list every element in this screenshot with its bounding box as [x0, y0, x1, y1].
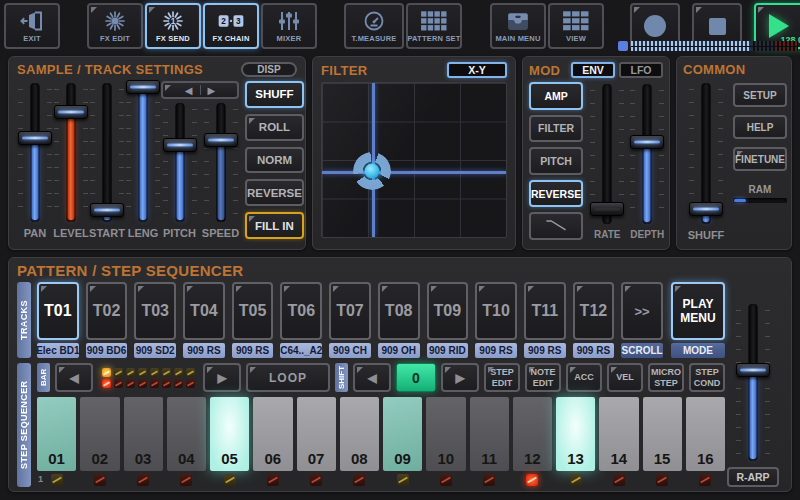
main-menu-button[interactable]: MAIN MENU [490, 3, 546, 49]
slider-handle[interactable] [204, 133, 238, 147]
track-button-t11[interactable]: T11 [524, 282, 566, 340]
slider-fill [68, 118, 75, 220]
lfo-tab[interactable]: LFO [619, 62, 663, 78]
mod-target-pitch-button[interactable]: PITCH [529, 147, 583, 175]
fx-edit-button[interactable]: FX EDIT [87, 3, 143, 49]
step-pad-16[interactable]: 16 [686, 397, 725, 471]
slider-handle[interactable] [163, 138, 197, 152]
track-button-t06[interactable]: T06 [280, 282, 322, 340]
slider-track[interactable] [54, 81, 88, 224]
sample-nudge-button[interactable]: ◀▶ [161, 81, 239, 99]
step-pad-09[interactable]: 09 [383, 397, 422, 471]
roll-button[interactable]: ROLL [245, 114, 304, 141]
track-button-t10[interactable]: T10 [475, 282, 517, 340]
step-pad-10[interactable]: 10 [426, 397, 465, 471]
slider-track[interactable] [590, 82, 624, 226]
slider-track[interactable] [163, 101, 197, 224]
r-arp-button[interactable]: R-ARP [727, 467, 779, 487]
track-scroll-button[interactable]: >> [621, 282, 663, 340]
mixer-button[interactable]: MIXER [261, 3, 317, 49]
track-button-t04[interactable]: T04 [183, 282, 225, 340]
filter-xy-pad[interactable] [321, 82, 507, 238]
common-panel-title: COMMON [683, 62, 745, 77]
slider-track[interactable] [630, 82, 664, 226]
slider-handle[interactable] [630, 135, 664, 149]
step-pad-03[interactable]: 03 [124, 397, 163, 471]
slider-label: SPEED [202, 227, 239, 239]
shift-prev-button[interactable]: ◀ [353, 363, 391, 392]
panels-row: SAMPLE / TRACK SETTINGS DISP PANLEVELSTA… [8, 56, 792, 250]
norm-button[interactable]: NORM [245, 147, 304, 174]
track-cell: T01Elec BD1 [37, 282, 79, 358]
slider-track[interactable] [90, 81, 124, 224]
track-button-t01[interactable]: T01 [37, 282, 79, 340]
acc-button[interactable]: ACC [566, 363, 602, 392]
mod-target-filter-button[interactable]: FILTER [529, 115, 583, 143]
track-button-t05[interactable]: T05 [232, 282, 274, 340]
fill-in-button[interactable]: FILL IN [245, 212, 304, 239]
step-pad-14[interactable]: 14 [599, 397, 638, 471]
xy-mode-button[interactable]: X-Y [447, 62, 507, 78]
pattern-panel-title: PATTERN / STEP SEQUENCER [17, 262, 783, 279]
loop-button[interactable]: LOOP [246, 363, 330, 392]
micro-step-button[interactable]: MICRO STEP [648, 363, 684, 392]
setup-button[interactable]: SETUP [733, 83, 787, 107]
shuff-button[interactable]: SHUFF [245, 81, 304, 108]
slider-track[interactable] [204, 101, 238, 224]
disp-button[interactable]: DISP [241, 62, 297, 77]
bar-next-button[interactable]: ▶ [203, 363, 241, 392]
slider-track[interactable] [18, 81, 52, 224]
shift-next-button[interactable]: ▶ [441, 363, 479, 392]
track-button-t03[interactable]: T03 [134, 282, 176, 340]
slider-track[interactable] [689, 81, 723, 226]
sample-name-badge: C64.._A2 [280, 343, 322, 358]
fx-send-button[interactable]: 1FX SEND [145, 3, 201, 49]
vel-button[interactable]: VEL [607, 363, 643, 392]
envelope-shape-button[interactable] [529, 212, 583, 240]
fx-chain-button[interactable]: 23FX CHAIN [203, 3, 259, 49]
pattern-set-button[interactable]: PATTERN SET [406, 3, 462, 49]
track-button-t12[interactable]: T12 [573, 282, 615, 340]
slider-track[interactable] [126, 81, 160, 224]
view-button[interactable]: VIEW [548, 3, 604, 49]
slider-handle[interactable] [54, 105, 88, 119]
track-button-t08[interactable]: T08 [378, 282, 420, 340]
slider-handle[interactable] [736, 363, 770, 377]
mod-target-amp-button[interactable]: AMP [529, 82, 583, 110]
step-pad-04[interactable]: 04 [167, 397, 206, 471]
bar-prev-button[interactable]: ◀ [55, 363, 93, 392]
t-measure-button[interactable]: T.MEASURE [344, 3, 404, 49]
step-led [353, 474, 365, 486]
step-pad-12[interactable]: 12 [513, 397, 552, 471]
reverse-button[interactable]: REVERSE [245, 179, 304, 206]
step-edit-button[interactable]: STEP EDIT [484, 363, 520, 392]
step-pad-08[interactable]: 08 [340, 397, 379, 471]
step-cond-button[interactable]: STEP COND [689, 363, 725, 392]
track-button-t07[interactable]: T07 [329, 282, 371, 340]
env-tab[interactable]: ENV [571, 62, 615, 78]
slider-handle[interactable] [590, 202, 624, 216]
help-button[interactable]: HELP [733, 115, 787, 139]
step-pad-05[interactable]: 05 [210, 397, 249, 471]
step-pad-07[interactable]: 07 [297, 397, 336, 471]
step-pad-06[interactable]: 06 [253, 397, 292, 471]
exit-button[interactable]: EXIT [4, 3, 60, 49]
mod-target-reverse-button[interactable]: REVERSE [529, 180, 583, 208]
step-pad-02[interactable]: 02 [80, 397, 119, 471]
step-pad-13[interactable]: 13 [556, 397, 595, 471]
slider-handle[interactable] [689, 202, 723, 216]
slider-handle[interactable] [18, 131, 52, 145]
finetune-button[interactable]: FINETUNE [733, 147, 787, 171]
track-button-t02[interactable]: T02 [86, 282, 128, 340]
step-pad-11[interactable]: 11 [470, 397, 509, 471]
slider-leng: LENG [125, 81, 161, 239]
step-number: 11 [470, 450, 509, 467]
slider-handle[interactable] [90, 203, 124, 217]
step-pad-15[interactable]: 15 [643, 397, 682, 471]
step-pad-01[interactable]: 01 [37, 397, 76, 471]
track-button-t09[interactable]: T09 [427, 282, 469, 340]
slider-handle[interactable] [126, 80, 160, 94]
note-edit-button[interactable]: NOTE EDIT [525, 363, 561, 392]
slider-track[interactable] [736, 302, 770, 463]
play-menu-button[interactable]: PLAY MENU [671, 282, 725, 340]
